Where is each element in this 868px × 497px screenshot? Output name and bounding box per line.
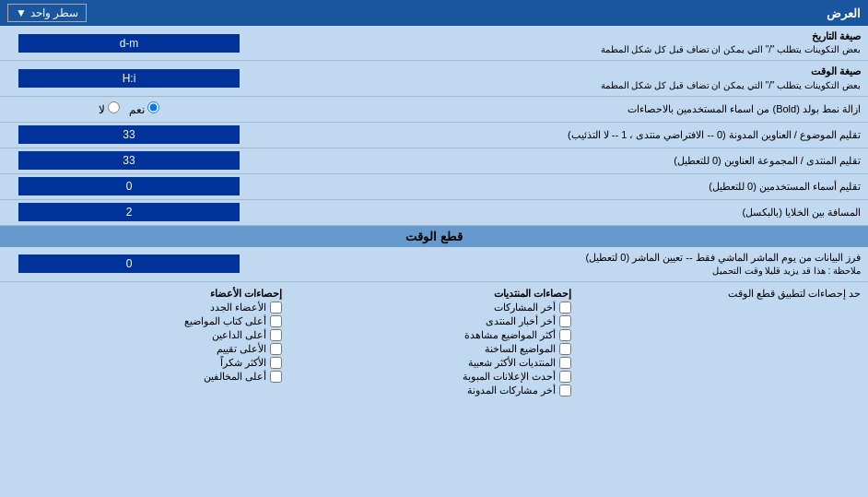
- radio-yes-label[interactable]: نعم: [129, 101, 159, 116]
- time-format-input[interactable]: [18, 69, 240, 88]
- stats-section: حد إحصاءات لتطبيق قطع الوقت إحصاءات المن…: [0, 282, 868, 404]
- sort-users-row: تقليم أسماء المستخدمين (0 للتعطيل): [0, 174, 868, 200]
- checkbox-member-4[interactable]: [270, 343, 282, 355]
- cell-spacing-row: المسافة بين الخلايا (بالبكسل): [0, 200, 868, 226]
- dropdown-icon: ▼: [16, 6, 27, 19]
- stats-members-col: إحصاءات الأعضاء الأعضاء الجدد أعلى كتاب …: [0, 286, 289, 400]
- cell-spacing-label: المسافة بين الخلايا (بالبكسل): [258, 202, 868, 223]
- stats-forum-col: إحصاءات المنتديات أخر المشاركات أخر أخبا…: [289, 286, 579, 400]
- list-item: أعلى المخالفين: [7, 371, 282, 383]
- sort-forum-input-wrap: [0, 149, 258, 172]
- remove-bold-radio-group: نعم لا: [99, 101, 160, 116]
- stats-members-header: إحصاءات الأعضاء: [7, 288, 282, 300]
- cut-time-row: فرز البيانات من يوم الماشر الماشي فقط --…: [0, 247, 868, 282]
- sort-users-input[interactable]: [18, 177, 240, 195]
- radio-no[interactable]: [108, 101, 120, 113]
- list-item: أحدث الإعلانات المبوبة: [297, 371, 571, 383]
- checkbox-forum-5[interactable]: [559, 357, 571, 369]
- sort-forum-row: تقليم المنتدى / المجموعة العناوين (0 للت…: [0, 148, 868, 174]
- cut-time-input-wrap: [0, 253, 258, 275]
- checkbox-forum-6[interactable]: [559, 371, 571, 383]
- cell-spacing-input-wrap: [0, 201, 258, 223]
- checkbox-member-5[interactable]: [270, 357, 282, 369]
- sort-users-label: تقليم أسماء المستخدمين (0 للتعطيل): [258, 176, 868, 197]
- checkbox-member-3[interactable]: [270, 329, 282, 341]
- list-item: الأكثر شكراً: [7, 357, 282, 369]
- list-item: أخر أخبار المنتدى: [297, 315, 571, 327]
- list-item: الأعضاء الجدد: [7, 302, 282, 314]
- radio-no-label[interactable]: لا: [99, 101, 120, 116]
- radio-yes-text: نعم: [129, 103, 145, 116]
- list-item: أعلى الداعين: [7, 329, 282, 341]
- radio-no-text: لا: [99, 103, 105, 116]
- sort-users-input-wrap: [0, 175, 258, 197]
- sort-forum-label: تقليم المنتدى / المجموعة العناوين (0 للت…: [258, 150, 868, 172]
- remove-bold-label: ازالة نمط بولد (Bold) من اسماء المستخدمي…: [258, 99, 868, 120]
- checkbox-forum-3[interactable]: [559, 329, 571, 341]
- cell-spacing-input[interactable]: [18, 203, 240, 221]
- checkbox-member-1[interactable]: [270, 302, 282, 314]
- list-item: أكثر المواضيع مشاهدة: [297, 329, 571, 341]
- remove-bold-row: ازالة نمط بولد (Bold) من اسماء المستخدمي…: [0, 97, 868, 123]
- list-item: أخر المشاركات: [297, 302, 571, 314]
- checkbox-forum-7[interactable]: [559, 385, 571, 396]
- checkbox-member-2[interactable]: [270, 315, 282, 327]
- header-row: العرض سطر واحد ▼: [0, 0, 868, 26]
- list-item: الأعلى تقييم: [7, 343, 282, 355]
- cut-section-header: قطع الوقت: [0, 226, 868, 247]
- cut-section-title: قطع الوقت: [405, 230, 463, 243]
- date-format-input[interactable]: [18, 34, 240, 53]
- sort-titles-label: تقليم الموضوع / العناوين المدونة (0 -- ا…: [258, 124, 868, 146]
- sort-titles-row: تقليم الموضوع / العناوين المدونة (0 -- ا…: [0, 123, 868, 148]
- checkbox-forum-4[interactable]: [559, 343, 571, 355]
- list-item: أعلى كتاب المواضيع: [7, 315, 282, 327]
- remove-bold-input-wrap: نعم لا: [0, 100, 258, 118]
- checkbox-member-6[interactable]: [270, 371, 282, 383]
- dropdown-button[interactable]: سطر واحد ▼: [7, 4, 87, 22]
- list-item: أخر مشاركات المدونة: [297, 385, 571, 396]
- radio-yes[interactable]: [147, 101, 159, 113]
- dropdown-label: سطر واحد: [30, 6, 78, 19]
- date-format-input-wrap: [0, 32, 258, 54]
- sort-forum-input[interactable]: [18, 151, 240, 170]
- date-format-label: صيغة التاريخ بعض التكوينات يتطلب "/" الت…: [258, 26, 868, 60]
- stats-limit-col: حد إحصاءات لتطبيق قطع الوقت: [579, 286, 868, 400]
- list-item: المواضيع الساخنة: [297, 343, 571, 355]
- stats-limit-label: حد إحصاءات لتطبيق قطع الوقت: [728, 288, 861, 299]
- list-item: المنتديات الأكثر شعبية: [297, 357, 571, 369]
- cut-time-input[interactable]: [18, 254, 240, 273]
- checkbox-forum-1[interactable]: [559, 302, 571, 314]
- sort-titles-input[interactable]: [18, 125, 240, 144]
- date-format-row: صيغة التاريخ بعض التكوينات يتطلب "/" الت…: [0, 26, 868, 61]
- time-format-row: صيغة الوقت بعض التكوينات يتطلب "/" التي …: [0, 61, 868, 96]
- header-title: العرض: [827, 6, 861, 20]
- main-container: العرض سطر واحد ▼ صيغة التاريخ بعض التكوي…: [0, 0, 868, 404]
- sort-titles-input-wrap: [0, 124, 258, 146]
- checkbox-forum-2[interactable]: [559, 315, 571, 327]
- stats-forum-header: إحصاءات المنتديات: [297, 288, 571, 300]
- cut-time-label: فرز البيانات من يوم الماشر الماشي فقط --…: [258, 247, 868, 281]
- time-format-label: صيغة الوقت بعض التكوينات يتطلب "/" التي …: [258, 61, 868, 95]
- time-format-input-wrap: [0, 67, 258, 89]
